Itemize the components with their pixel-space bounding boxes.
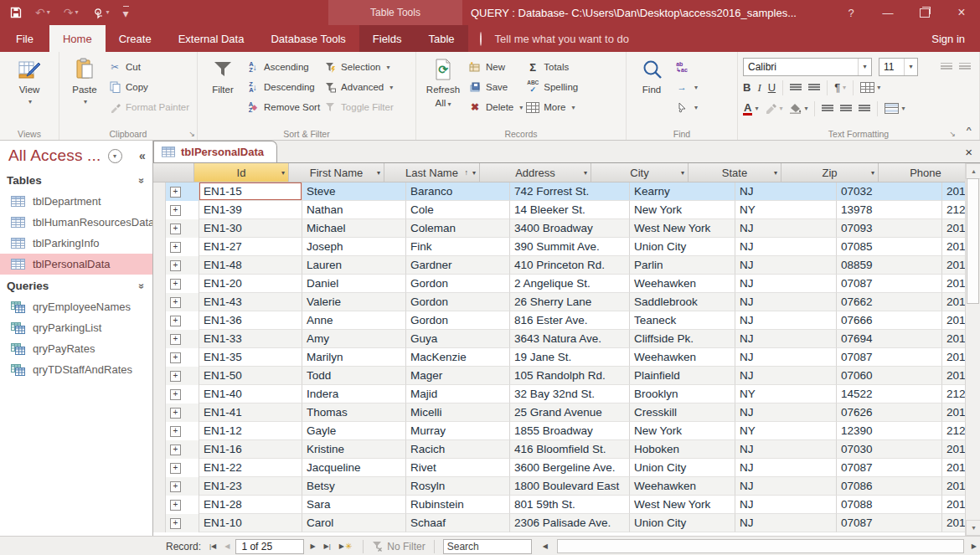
cell[interactable]: 201-646-5433 bbox=[942, 367, 966, 385]
table-row[interactable]: +EN1-22JacquelineRivet3600 Bergeline Ave… bbox=[153, 459, 966, 477]
cell[interactable]: 201-454-1609 bbox=[942, 330, 966, 348]
cell[interactable]: 07087 bbox=[837, 275, 942, 293]
cell[interactable]: EN1-30 bbox=[199, 219, 302, 238]
cell[interactable]: Nathan bbox=[302, 201, 406, 219]
sign-in-button[interactable]: Sign in bbox=[916, 25, 980, 52]
cell[interactable]: West New York bbox=[630, 219, 735, 238]
record-selector[interactable] bbox=[153, 330, 166, 348]
tab-create[interactable]: Create bbox=[106, 25, 165, 52]
cell[interactable]: NY bbox=[735, 201, 837, 219]
new-record-button[interactable]: *New bbox=[468, 59, 523, 75]
dialog-launcher-icon[interactable]: ↘ bbox=[949, 130, 956, 138]
expand-subdatasheet-button[interactable]: + bbox=[166, 238, 199, 256]
cell[interactable]: NJ bbox=[735, 182, 837, 201]
cell[interactable]: 1800 Boulevard East bbox=[510, 477, 630, 496]
cell[interactable]: Fink bbox=[406, 238, 510, 256]
cell[interactable]: Thomas bbox=[302, 403, 406, 422]
remove-sort-button[interactable]: AZ◆Remove Sort bbox=[246, 99, 320, 116]
cell[interactable]: Union City bbox=[630, 514, 735, 532]
cell[interactable]: NJ bbox=[735, 293, 837, 311]
selection-button[interactable]: Selection▾ bbox=[323, 59, 394, 75]
cell[interactable]: 201-845-0101 bbox=[942, 477, 966, 496]
cell[interactable]: 07694 bbox=[837, 330, 942, 348]
filter-indicator[interactable]: No Filter bbox=[372, 541, 425, 552]
cell[interactable]: 801 59th St. bbox=[510, 496, 630, 514]
cell[interactable]: EN1-28 bbox=[199, 496, 302, 514]
cell[interactable]: 07093 bbox=[837, 219, 942, 238]
cell[interactable]: NJ bbox=[735, 256, 837, 275]
underline-button[interactable]: U bbox=[768, 81, 776, 94]
toggle-filter-button[interactable]: Toggle Filter bbox=[323, 99, 394, 116]
expand-subdatasheet-button[interactable]: + bbox=[166, 496, 199, 514]
cell[interactable]: West New York bbox=[630, 496, 735, 514]
cell[interactable]: Valerie bbox=[302, 293, 406, 311]
cell[interactable]: 201-867-8240 bbox=[942, 459, 966, 477]
tab-database-tools[interactable]: Database Tools bbox=[257, 25, 358, 52]
cell[interactable]: Baranco bbox=[406, 182, 510, 201]
cell[interactable]: NJ bbox=[735, 440, 837, 459]
cell[interactable]: 07626 bbox=[837, 403, 942, 422]
tab-fields[interactable]: Fields bbox=[359, 25, 415, 52]
cell[interactable]: 07032 bbox=[837, 182, 942, 201]
cell[interactable]: 212-345-1211 bbox=[942, 385, 966, 403]
record-selector[interactable] bbox=[153, 182, 166, 201]
cell[interactable]: 08859 bbox=[837, 256, 942, 275]
column-filter-dropdown-icon[interactable]: ▾ bbox=[774, 169, 777, 177]
decrease-indent-button[interactable] bbox=[808, 84, 820, 92]
cell[interactable]: Todd bbox=[302, 367, 406, 385]
column-filter-dropdown-icon[interactable]: ▾ bbox=[472, 169, 476, 177]
nav-item-tblPersonalData[interactable]: tblPersonalData bbox=[0, 254, 152, 275]
nav-item-qryParkingList[interactable]: qryParkingList bbox=[0, 317, 152, 338]
vertical-scrollbar[interactable]: ▲ ▼ bbox=[965, 163, 980, 536]
record-selector[interactable] bbox=[153, 385, 166, 403]
cell[interactable]: Kristine bbox=[302, 440, 406, 459]
customize-qat-icon[interactable]: ▾ bbox=[123, 6, 129, 19]
nav-item-tblDepartment[interactable]: tblDepartment bbox=[0, 191, 152, 212]
cell[interactable]: Weehawken bbox=[630, 477, 735, 496]
cell[interactable]: Mager bbox=[406, 367, 510, 385]
cell[interactable]: Murray bbox=[406, 422, 510, 440]
cell[interactable]: NY bbox=[735, 422, 837, 440]
cell[interactable]: 14 Bleeker St. bbox=[510, 201, 630, 219]
cell[interactable]: 410 Princeton Rd. bbox=[510, 256, 630, 275]
format-painter-button[interactable]: Format Painter bbox=[108, 99, 189, 116]
align-right-button[interactable] bbox=[859, 105, 870, 113]
cell[interactable]: NJ bbox=[735, 514, 837, 532]
cell[interactable]: Betsy bbox=[302, 477, 406, 496]
table-row[interactable]: +EN1-50ToddMager105 Randolph Rd.Plainfie… bbox=[153, 367, 966, 385]
cell[interactable]: 32 Bay 32nd St. bbox=[510, 385, 630, 403]
tell-me-box[interactable]: Tell me what you want to do bbox=[468, 25, 641, 52]
record-selector[interactable] bbox=[153, 403, 166, 422]
cell[interactable]: Schaaf bbox=[406, 514, 510, 532]
filter-button[interactable]: Filter bbox=[203, 54, 243, 127]
cell[interactable]: Jacqueline bbox=[302, 459, 406, 477]
record-selector[interactable] bbox=[153, 496, 166, 514]
more-button[interactable]: More▾ bbox=[526, 99, 578, 116]
table-row[interactable]: +EN1-15SteveBaranco742 Forrest St.Kearny… bbox=[153, 182, 966, 201]
record-selector[interactable] bbox=[153, 440, 166, 459]
record-selector[interactable] bbox=[153, 256, 166, 275]
previous-record-button[interactable]: ◀ bbox=[222, 543, 232, 550]
nav-item-qryEmployeeNames[interactable]: qryEmployeeNames bbox=[0, 296, 152, 317]
numbering-button[interactable] bbox=[959, 63, 971, 71]
cell[interactable]: Daniel bbox=[302, 275, 406, 293]
replace-button[interactable]: ab↳ac bbox=[675, 59, 698, 75]
cell[interactable]: 201-544-8730 bbox=[942, 238, 966, 256]
cell[interactable]: 201-861-7844 bbox=[942, 496, 966, 514]
expand-subdatasheet-button[interactable]: + bbox=[166, 311, 199, 330]
cell[interactable]: Indera bbox=[302, 385, 406, 403]
record-selector[interactable] bbox=[153, 459, 166, 477]
cell[interactable]: Micelli bbox=[406, 403, 510, 422]
cell[interactable]: EN1-41 bbox=[199, 403, 302, 422]
save-icon[interactable] bbox=[10, 7, 22, 18]
cell[interactable]: 07087 bbox=[837, 514, 942, 532]
cell[interactable]: Saddlebrook bbox=[630, 293, 735, 311]
cell[interactable]: Anne bbox=[302, 311, 406, 330]
cell[interactable]: Weehawken bbox=[630, 348, 735, 367]
expand-subdatasheet-button[interactable]: + bbox=[166, 422, 199, 440]
search-input[interactable] bbox=[443, 539, 532, 554]
cell[interactable]: 07087 bbox=[837, 348, 942, 367]
cell[interactable]: Steve bbox=[302, 182, 406, 201]
cell[interactable]: Hoboken bbox=[630, 440, 735, 459]
cell[interactable]: MacKenzie bbox=[406, 348, 510, 367]
